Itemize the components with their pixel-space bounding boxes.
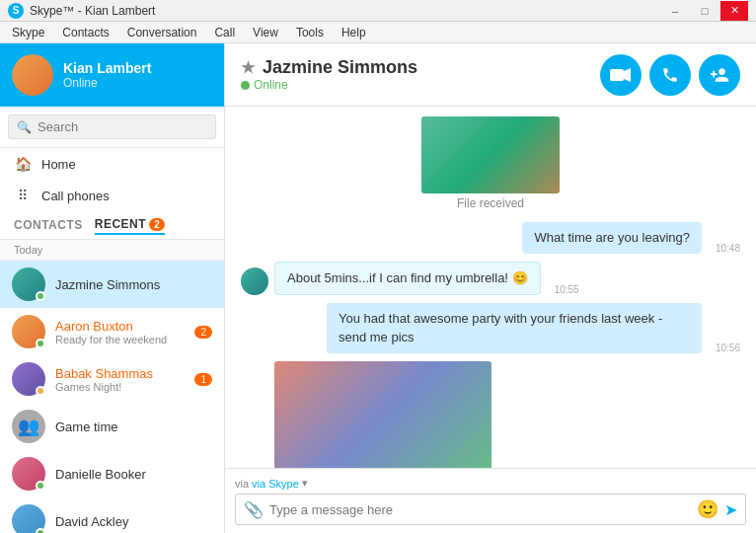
contact-name-babak: Babak Shammas [55,366,185,381]
contact-info-david: David Ackley [55,514,212,529]
menu-skype[interactable]: Skype [4,24,52,41]
emoji-button[interactable]: 🙂 [697,498,718,520]
message-bubble: You had that awesome party with your fri… [327,303,702,352]
nav-home-label: Home [41,157,76,172]
contact-avatar-jazmine [12,267,45,301]
sidebar: Kian Lambert Online 🔍 🏠 Home ⠿ Call phon… [0,43,225,533]
chat-header: ★ Jazmine Simmons Online [225,43,756,107]
message-wrapper: Files received SHOW IN FOLDER 11:04 [241,361,530,468]
nav-callphones-label: Call phones [41,189,110,203]
contact-david[interactable]: David Ackley [0,497,224,533]
call-button[interactable] [649,54,691,96]
message-bubble: What time are you leaving? [522,222,702,254]
send-button[interactable]: ➤ [724,500,737,519]
contact-name-aaron: Aaron Buxton [55,319,185,334]
tab-recent[interactable]: RECENT2 [95,217,165,235]
contact-danielle[interactable]: Danielle Booker [0,450,224,497]
nav-callphones[interactable]: ⠿ Call phones [0,180,224,211]
contact-chat-name: Jazmine Simmons [263,57,417,78]
unread-badge-aaron: 2 [194,326,212,339]
menu-help[interactable]: Help [334,24,374,41]
contact-info-gametime: Game time [55,419,212,434]
contact-avatar-gametime: 👥 [12,410,45,443]
menu-contacts[interactable]: Contacts [54,24,116,41]
status-dot-babak [36,386,45,396]
close-button[interactable]: ✕ [720,1,748,21]
call-icon [661,66,679,84]
profile-area: Kian Lambert Online [0,43,224,107]
message-wrapper: 10:48 What time are you leaving? [522,222,740,254]
message-time: 10:48 [716,243,740,254]
contact-name-jazmine: Jazmine Simmons [55,277,212,292]
contact-info-danielle: Danielle Booker [55,467,212,482]
message-input-row: 📎 🙂 ➤ [235,494,746,525]
contact-info-babak: Babak Shammas Games Night! [55,366,185,393]
search-wrap[interactable]: 🔍 [8,114,216,139]
group-icon-gametime: 👥 [12,410,45,443]
received-image [421,116,560,193]
via-text: via [235,478,249,490]
chat-header-status: Online [241,78,417,92]
title-bar: S Skype™ - Kian Lambert – □ ✕ [0,0,756,22]
contact-info-aaron: Aaron Buxton Ready for the weekend [55,319,185,345]
message-row: Files received SHOW IN FOLDER 11:04 [241,361,740,468]
contact-aaron[interactable]: Aaron Buxton Ready for the weekend 2 [0,308,224,355]
section-today: Today [0,240,224,261]
star-icon: ★ [241,58,255,77]
add-contact-button[interactable] [699,54,740,96]
nav-home[interactable]: 🏠 Home [0,148,224,180]
menu-conversation[interactable]: Conversation [119,24,205,41]
message-wrapper: 10:56 You had that awesome party with yo… [327,303,740,352]
recent-badge: 2 [149,218,165,231]
contact-gametime[interactable]: 👥 Game time [0,403,224,450]
recent-label: RECENT [95,217,146,231]
dropdown-icon[interactable]: ▾ [302,477,308,490]
tab-contacts[interactable]: CONTACTS [14,218,83,234]
callphones-icon: ⠿ [14,188,32,203]
contact-avatar-danielle [12,457,45,491]
maximize-button[interactable]: □ [691,1,718,21]
window-controls: – □ ✕ [661,1,748,21]
chat-input-area: via via Skype ▾ 📎 🙂 ➤ [225,468,756,533]
message-row: About 5mins...if I can find my umbrella!… [241,262,740,295]
message-row: 10:56 You had that awesome party with yo… [241,303,740,352]
contact-list: Today Jazmine Simmons Aaron Buxton [0,240,224,533]
video-icon [610,67,632,83]
minimize-button[interactable]: – [661,1,689,21]
status-dot-danielle [36,481,45,491]
message-bubble: About 5mins...if I can find my umbrella!… [274,262,541,295]
search-input[interactable] [38,119,207,134]
contacts-tabs: CONTACTS RECENT2 [0,211,224,240]
contact-jazmine[interactable]: Jazmine Simmons [0,261,224,308]
menu-call[interactable]: Call [206,24,243,41]
chat-header-name: ★ Jazmine Simmons [241,57,417,78]
unread-badge-babak: 1 [194,373,212,386]
file-received-area: File received [241,116,740,210]
sender-avatar [241,267,268,295]
chat-status-label: Online [254,78,288,92]
contact-sub-aaron: Ready for the weekend [55,334,185,345]
home-icon: 🏠 [14,156,32,172]
contact-name-danielle: Danielle Booker [55,467,212,482]
contact-sub-babak: Games Night! [55,381,185,393]
avatar [12,54,53,96]
photo-message: Files received SHOW IN FOLDER [274,361,491,468]
menu-view[interactable]: View [245,24,286,41]
attach-button[interactable]: 📎 [244,500,264,519]
video-call-button[interactable] [600,54,642,96]
contact-babak[interactable]: Babak Shammas Games Night! 1 [0,355,224,403]
online-dot [241,81,250,90]
contact-avatar-aaron [12,315,45,348]
main-layout: Kian Lambert Online 🔍 🏠 Home ⠿ Call phon… [0,43,756,533]
message-input[interactable] [269,502,691,517]
contact-info-jazmine: Jazmine Simmons [55,277,212,292]
chat-header-actions [600,54,740,96]
chat-area: ★ Jazmine Simmons Online [225,43,756,533]
via-skype-link[interactable]: via Skype [252,478,299,490]
status-dot-david [36,528,45,533]
profile-name: Kian Lambert [63,60,212,76]
menu-bar: Skype Contacts Conversation Call View To… [0,22,756,43]
menu-tools[interactable]: Tools [288,24,332,41]
contact-name-david: David Ackley [55,514,212,529]
contact-avatar-david [12,504,45,533]
